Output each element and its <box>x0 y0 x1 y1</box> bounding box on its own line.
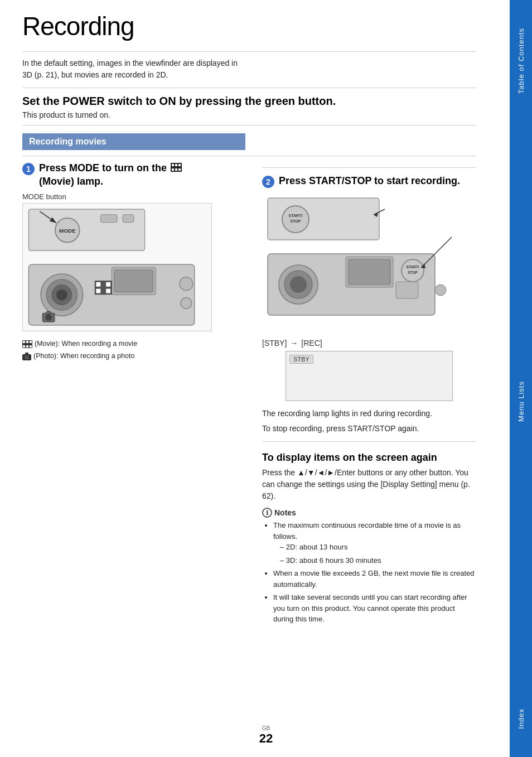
notes-item-3: It will take several seconds until you c… <box>273 592 476 625</box>
svg-text:STOP: STOP <box>291 219 301 223</box>
step1-camera-illustration: MODE <box>22 203 245 334</box>
stby-label: [STBY] <box>262 339 287 348</box>
step2-number: 2 <box>262 176 274 188</box>
rec-label: [REC] <box>301 339 322 348</box>
svg-point-21 <box>180 277 193 291</box>
stby-display-box: STBY <box>286 351 453 401</box>
svg-rect-20 <box>114 270 153 292</box>
display-items-body: Press the ▲/▼/◄/►/Enter buttons or any o… <box>262 467 476 502</box>
svg-rect-36 <box>26 345 28 348</box>
intro-text: In the default setting, images in the vi… <box>22 57 245 81</box>
svg-rect-37 <box>30 345 32 348</box>
svg-rect-34 <box>30 341 32 343</box>
step1-title: Press MODE to turn on the <box>39 162 183 188</box>
step2-header: 2 Press START/STOP to start recording. <box>262 175 476 188</box>
svg-rect-33 <box>26 341 28 343</box>
display-items-section: To display items on the screen again Pre… <box>262 452 476 502</box>
stby-indicator: STBY <box>289 355 313 364</box>
svg-rect-30 <box>46 312 51 315</box>
two-column-layout: 1 Press MODE to turn on the <box>22 162 476 627</box>
recording-lamp-text1: The recording lamp lights in red during … <box>262 408 476 420</box>
notes-icon: ℹ <box>262 508 272 518</box>
step1-caption: (Movie): When recording a movie (Photo):… <box>22 338 245 361</box>
page-title: Recording <box>22 11 476 41</box>
svg-rect-41 <box>25 353 28 355</box>
svg-text:START/: START/ <box>407 265 419 269</box>
right-top-divider <box>262 167 476 168</box>
right-sidebar: Table of Contents Menu Lists Index <box>510 0 532 757</box>
svg-rect-35 <box>23 345 25 348</box>
svg-rect-25 <box>106 282 110 287</box>
display-items-title: To display items on the screen again <box>262 452 476 464</box>
section-divider <box>22 156 476 156</box>
svg-rect-60 <box>396 282 418 298</box>
svg-rect-58 <box>349 259 390 285</box>
notes-sublist-1: 2D: about 13 hours 3D: about 6 hours 30 … <box>273 542 476 566</box>
movie-icon-caption <box>22 338 32 349</box>
svg-rect-27 <box>106 289 110 293</box>
notes-header: ℹ Notes <box>262 508 476 518</box>
notes-subitem-1-2: 3D: about 6 hours 30 minutes <box>280 555 476 566</box>
notes-list: The maximum continuous recordable time o… <box>262 520 476 625</box>
photo-icon-caption <box>22 350 31 361</box>
set-power-body: This product is turned on. <box>22 110 476 119</box>
main-content: Recording In the default setting, images… <box>22 0 476 627</box>
intro-divider <box>22 88 476 88</box>
svg-rect-32 <box>23 341 25 343</box>
page-number: 22 <box>259 731 273 746</box>
sidebar-tab-toc[interactable]: Table of Contents <box>514 22 529 99</box>
recording-lamp-text2: To stop recording, press START/STOP agai… <box>262 423 476 435</box>
svg-rect-24 <box>96 282 100 287</box>
movie-icon <box>171 162 182 175</box>
stby-arrow-line: [STBY] → [REC] <box>262 339 476 348</box>
lamp-divider <box>262 441 476 442</box>
svg-rect-13 <box>123 215 134 223</box>
step1-number: 1 <box>22 163 35 175</box>
svg-rect-2 <box>175 164 177 166</box>
page-number-area: GB 22 <box>259 725 273 746</box>
step2-camera-illustration: START/ STOP START/ STOP <box>262 192 476 334</box>
svg-rect-26 <box>96 289 100 293</box>
step1-header: 1 Press MODE to turn on the <box>22 162 245 188</box>
notes-section: ℹ Notes The maximum continuous recordabl… <box>262 508 476 625</box>
svg-text:START/: START/ <box>289 214 303 218</box>
recording-movies-label: Recording movies <box>29 137 107 146</box>
svg-point-29 <box>46 315 51 321</box>
mode-button-label: MODE button <box>22 192 245 201</box>
power-divider <box>22 125 476 126</box>
sidebar-tab-index[interactable]: Index <box>514 703 529 735</box>
notes-item-1-text: The maximum continuous recordable time o… <box>273 521 461 541</box>
svg-rect-1 <box>172 164 174 166</box>
svg-text:STOP: STOP <box>408 271 418 274</box>
svg-rect-4 <box>172 168 174 171</box>
step2-title: Press START/STOP to start recording. <box>279 175 460 187</box>
notes-subitem-1-1: 2D: about 13 hours <box>280 542 476 553</box>
notes-item-2: When a movie file exceeds 2 GB, the next… <box>273 568 476 590</box>
svg-point-22 <box>181 298 192 309</box>
sidebar-tab-menu[interactable]: Menu Lists <box>514 375 529 427</box>
svg-line-55 <box>421 237 452 268</box>
set-power-title: Set the POWER switch to ON by pressing t… <box>22 94 476 108</box>
svg-rect-12 <box>100 215 117 223</box>
page-number-gb: GB <box>259 725 273 731</box>
svg-text:MODE: MODE <box>59 228 76 234</box>
notes-item-1: The maximum continuous recordable time o… <box>273 520 476 566</box>
arrow-icon: → <box>290 339 298 348</box>
svg-point-40 <box>26 356 28 359</box>
left-column: 1 Press MODE to turn on the <box>22 162 245 627</box>
svg-point-51 <box>290 276 307 293</box>
svg-rect-6 <box>178 168 181 171</box>
svg-point-18 <box>56 290 67 301</box>
set-power-section: Set the POWER switch to ON by pressing t… <box>22 94 476 119</box>
right-column: 2 Press START/STOP to start recording. S… <box>262 162 476 627</box>
recording-movies-header: Recording movies <box>22 133 245 150</box>
svg-point-59 <box>435 285 446 296</box>
svg-rect-5 <box>175 168 177 171</box>
svg-rect-3 <box>178 164 181 166</box>
top-divider <box>22 51 476 52</box>
